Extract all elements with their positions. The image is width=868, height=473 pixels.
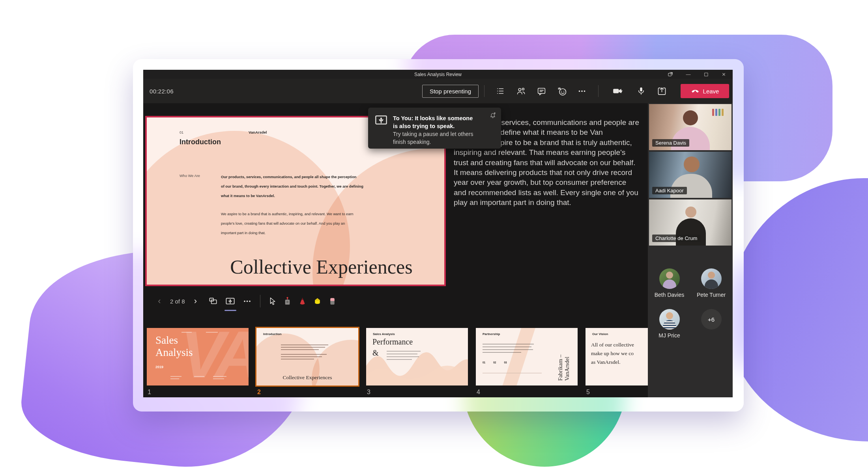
slide-paragraph-line: people's love, creating fans that will a… (221, 220, 345, 227)
slide-controls-bar: ‹ 2 of 8 › (153, 292, 339, 311)
highlighter-tool-button[interactable] (312, 294, 324, 308)
slide-thumbnail-5[interactable]: Our Vision All of our collective make up… (586, 328, 648, 385)
red-pen-icon (297, 296, 307, 306)
overflow-participants-badge[interactable]: +6 (701, 309, 722, 330)
decor-bar (281, 354, 327, 355)
mute-notification-button[interactable] (489, 112, 496, 121)
person-silhouette (659, 309, 680, 330)
decor-waves (366, 342, 468, 385)
chat-icon (537, 86, 546, 96)
toast-body-line: finish speaking. (393, 138, 473, 146)
thumbnail-year: 2019 (155, 365, 163, 369)
slide-number-label: 1 (148, 389, 249, 396)
slide-thumbnail-3[interactable]: Sales Analysis Performance & (366, 328, 468, 385)
more-slide-tools-button[interactable]: ••• (242, 294, 254, 308)
decor-stripe (499, 328, 537, 385)
toast-title-line: is also trying to speak. (393, 122, 473, 130)
camera-button[interactable]: ▾ (608, 85, 627, 97)
toolbar-divider (484, 85, 485, 97)
thumbnail-vertical-title: Fabrikam – VanArsdel (557, 333, 571, 381)
presentation-stage: 01 VanArsdel Introduction Who We Are Our… (143, 103, 648, 397)
decor-rule (483, 373, 542, 373)
window-title: Sales Analysis Review (143, 72, 733, 77)
speaking-attention-toast[interactable]: To You: It looks like someone is also tr… (368, 108, 501, 149)
decor-bar (213, 378, 224, 379)
participant-avatar[interactable]: MJ Price (649, 309, 690, 339)
laser-pointer-tool-button[interactable] (282, 294, 294, 308)
agenda-button[interactable] (494, 85, 506, 97)
slide-thumbnail-1[interactable]: VA Sales Analysis 2019 (147, 328, 249, 385)
participant-name-label: MJ Price (658, 332, 680, 339)
slide-thumbnail-4[interactable]: Partnership 01 02 03 Fabrikam – (476, 328, 578, 385)
screen-share-mic-icon (374, 114, 388, 126)
stop-presenting-button[interactable]: Stop presenting (422, 85, 479, 98)
participant-video-tile[interactable]: Serena Davis (649, 104, 731, 150)
reactions-button[interactable] (556, 85, 568, 97)
popout-icon (668, 71, 673, 77)
previous-slide-button[interactable]: ‹ (153, 294, 165, 308)
chat-button[interactable] (535, 85, 547, 97)
pointer-tool-button[interactable] (267, 294, 279, 308)
share-button[interactable] (656, 85, 668, 97)
slide-filmstrip: VA Sales Analysis 2019 (147, 328, 648, 396)
mic-button[interactable] (635, 85, 647, 97)
decor-bar (281, 347, 325, 348)
slide-paragraph-line: important part in doing that. (221, 230, 266, 236)
decor-bar (181, 332, 192, 333)
transcript-line: and recommended lists as well. Every sin… (454, 188, 648, 197)
pen-tool-button[interactable] (297, 294, 309, 308)
slide-title: Collective Experiences (214, 255, 429, 278)
active-tool-underline (224, 310, 236, 311)
slide-section-number: 01 (180, 130, 183, 134)
thumbnail-heading: Sales Analysis (373, 332, 395, 336)
leave-button[interactable]: Leave (681, 84, 729, 98)
people-button[interactable] (515, 85, 527, 97)
maximize-button[interactable] (697, 70, 715, 79)
decor-bar (281, 359, 314, 359)
toast-title-line: To You: It looks like someone (393, 114, 473, 122)
decor-bar (387, 351, 421, 352)
participant-avatar[interactable]: Pete Turner (691, 268, 731, 298)
slide-paragraph-line: what it means to be VanArsdel. (221, 193, 275, 199)
decor-bar (170, 376, 181, 377)
bell-snooze-icon (489, 112, 496, 119)
participant-video-tile[interactable]: Charlotte de Crum (649, 199, 731, 246)
chevron-left-icon: ‹ (158, 297, 161, 305)
participant-name-label: Charlotte de Crum (652, 235, 700, 242)
thumbnail-ampersand: & (372, 348, 379, 358)
transcript-line: It means delivering products that not on… (454, 168, 648, 177)
participant-video-tile[interactable]: Aadi Kapoor (649, 152, 731, 198)
minimize-button[interactable]: — (679, 70, 697, 79)
next-slide-button[interactable]: › (190, 294, 202, 308)
eraser-tool-button[interactable] (327, 294, 339, 308)
decor-bar (170, 378, 179, 379)
slide-thumbnail-2-selected[interactable]: Introduction Collective Experiences (256, 328, 358, 385)
thumbnail-text: All of our collective make up how we co … (591, 341, 634, 367)
participant-name-label: Aadi Kapoor (652, 187, 687, 194)
laser-pointer-icon (282, 296, 292, 306)
decor-bar (483, 344, 534, 345)
overflow-participants[interactable]: +6 (691, 309, 731, 339)
decor-bar (387, 356, 419, 357)
camera-dropdown-caret[interactable]: ▾ (620, 89, 623, 94)
transcript-line: inspiring and relevant. That means earni… (454, 147, 648, 157)
slide-number-label: 2 (257, 389, 358, 396)
thumbnail-numbered-items: 01 02 03 (483, 361, 507, 364)
slide-deck-view-button[interactable] (207, 294, 219, 308)
titlebar: Sales Analysis Review — ✕ (143, 70, 733, 79)
slide-paragraph-line: of our brand, through every interaction … (221, 183, 363, 190)
decor-bar (281, 356, 322, 357)
more-options-button[interactable]: ••• (576, 85, 588, 97)
maximize-icon (704, 72, 709, 77)
participant-avatar[interactable]: Beth Davies (649, 268, 690, 298)
participant-name-label: Pete Turner (697, 292, 726, 298)
participant-name-label: Serena Davis (652, 139, 689, 147)
slide-page-indicator: 2 of 8 (170, 298, 185, 305)
decor-bar (387, 354, 417, 354)
close-button[interactable]: ✕ (715, 70, 733, 79)
controls-divider (260, 295, 260, 307)
popout-window-button[interactable] (662, 70, 679, 79)
decor-bar (206, 332, 218, 333)
slide-number-label: 3 (367, 389, 468, 396)
presenter-mode-button[interactable] (224, 294, 236, 308)
